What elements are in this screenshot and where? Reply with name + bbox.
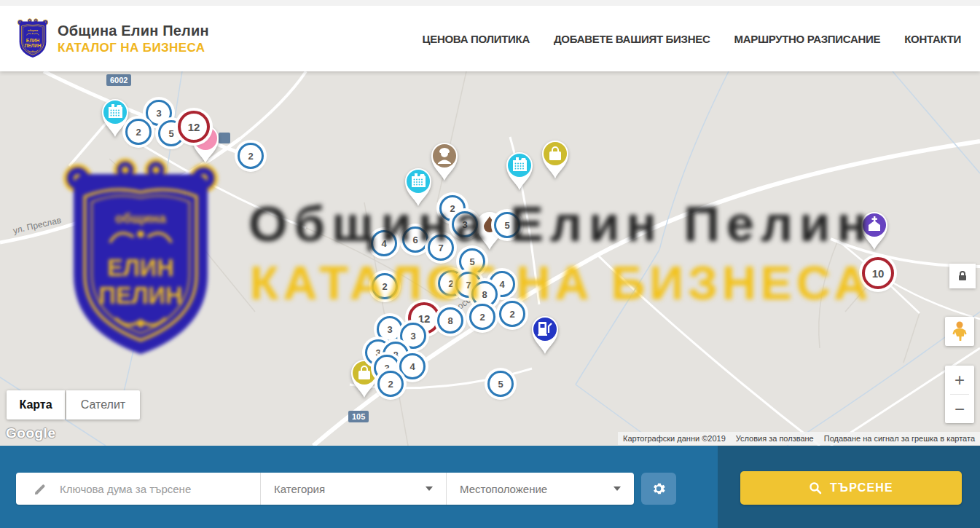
pencil-icon <box>34 482 47 496</box>
marker-cluster[interactable]: 12 <box>178 111 210 143</box>
site-subtitle: КАТАЛОГ НА БИЗНЕСА <box>58 41 209 55</box>
nav-route-schedule[interactable]: МАРШРУТНО РАЗПИСАНИЕ <box>734 33 880 45</box>
zoom-in-button[interactable]: + <box>945 366 974 394</box>
municipality-logo: община ЕЛИН ПЕЛИН <box>16 17 50 60</box>
category-select[interactable]: Категория <box>260 473 446 505</box>
nav-add-your-business[interactable]: ДОБАВЕТЕ ВАШИЯТ БИЗНЕС <box>554 33 710 45</box>
map-type-control: Карта Сателит <box>7 390 140 419</box>
marker-cluster[interactable]: 10 <box>862 257 894 289</box>
marker-cluster[interactable]: 2 <box>238 143 264 169</box>
svg-text:ПЕЛИН: ПЕЛИН <box>25 43 42 48</box>
marker-cluster[interactable]: 6 <box>402 226 428 253</box>
search-button-label: ТЪРСЕНЕ <box>830 481 893 494</box>
terms-of-use-link[interactable]: Условия за ползване <box>736 434 814 443</box>
chevron-down-icon <box>614 486 621 491</box>
chevron-down-icon <box>426 486 433 491</box>
site-title: Община Елин Пелин <box>58 23 209 39</box>
keyword-field[interactable] <box>16 473 260 505</box>
map-canvas[interactable]: 6002105ул. Преславбул. „Новосел 32512223… <box>0 71 980 446</box>
page: община ЕЛИН ПЕЛИН Община Елин Пелин КАТА… <box>0 0 980 528</box>
marker-cluster[interactable]: 4 <box>371 230 397 256</box>
marker-cluster[interactable]: 2 <box>125 119 152 145</box>
search-bar: Категория Местоположение ТЪРСЕНЕ <box>0 446 980 528</box>
map-marker-layer: 325122235647522748128223338342510 <box>0 71 980 446</box>
main-nav: ЦЕНОВА ПОЛИТИКА ДОБАВЕТЕ ВАШИЯТ БИЗНЕС М… <box>423 33 961 45</box>
google-logo[interactable]: Google <box>6 425 55 441</box>
search-fields: Категория Местоположение <box>16 473 634 505</box>
lock-icon <box>957 270 968 282</box>
category-label: Категория <box>274 483 325 495</box>
report-map-error-link[interactable]: Подаване на сигнал за грешка в картата <box>824 434 975 443</box>
keyword-input[interactable] <box>58 482 236 496</box>
location-select[interactable]: Местоположение <box>446 473 634 505</box>
marker-cluster[interactable]: 8 <box>437 307 463 334</box>
marker-cluster[interactable]: 5 <box>487 371 514 397</box>
svg-text:ЕЛИН: ЕЛИН <box>26 38 40 43</box>
marker-pin-church[interactable] <box>858 208 891 253</box>
zoom-control: + − <box>945 366 974 423</box>
marker-cluster[interactable]: 4 <box>399 353 426 379</box>
marker-cluster[interactable]: 3 <box>452 211 478 237</box>
nav-pricing-policy[interactable]: ЦЕНОВА ПОЛИТИКА <box>423 33 530 45</box>
marker-cluster[interactable]: 7 <box>428 235 454 261</box>
marker-cluster[interactable]: 2 <box>499 301 525 327</box>
settings-button[interactable] <box>641 473 676 505</box>
search-icon <box>809 481 822 494</box>
marker-pin-factory[interactable] <box>401 165 435 210</box>
map-type-satellite-button[interactable]: Сателит <box>66 390 140 419</box>
marker-cluster[interactable]: 5 <box>459 248 485 275</box>
marker-cluster[interactable]: 3 <box>377 316 403 342</box>
pegman-icon <box>952 321 968 342</box>
site-header: община ЕЛИН ПЕЛИН Община Елин Пелин КАТА… <box>0 0 980 71</box>
street-view-lock-button[interactable] <box>949 264 976 288</box>
marker-cluster[interactable]: 5 <box>494 212 520 238</box>
map-attribution: Картографски данни ©2019 Условия за полз… <box>618 432 980 445</box>
pegman-button[interactable] <box>945 317 974 346</box>
map-type-map-button[interactable]: Карта <box>7 390 65 419</box>
nav-contacts[interactable]: КОНТАКТИ <box>904 33 961 45</box>
location-label: Местоположение <box>460 483 547 495</box>
marker-cluster[interactable]: 2 <box>372 273 398 299</box>
gear-icon <box>651 481 667 497</box>
marker-pin-factory[interactable] <box>503 149 536 194</box>
marker-pin-bag[interactable] <box>538 137 572 182</box>
brand-home-link[interactable]: община ЕЛИН ПЕЛИН Община Елин Пелин КАТА… <box>16 17 209 60</box>
attribution-copyright: Картографски данни ©2019 <box>623 434 726 443</box>
marker-cluster[interactable]: 2 <box>469 304 495 330</box>
svg-text:община: община <box>28 29 39 32</box>
search-button[interactable]: ТЪРСЕНЕ <box>740 471 962 505</box>
brand-titles: Община Елин Пелин КАТАЛОГ НА БИЗНЕСА <box>58 23 209 55</box>
zoom-out-button[interactable]: − <box>945 395 974 423</box>
marker-pin-fuel[interactable] <box>528 312 562 358</box>
marker-cluster[interactable]: 2 <box>377 371 404 397</box>
